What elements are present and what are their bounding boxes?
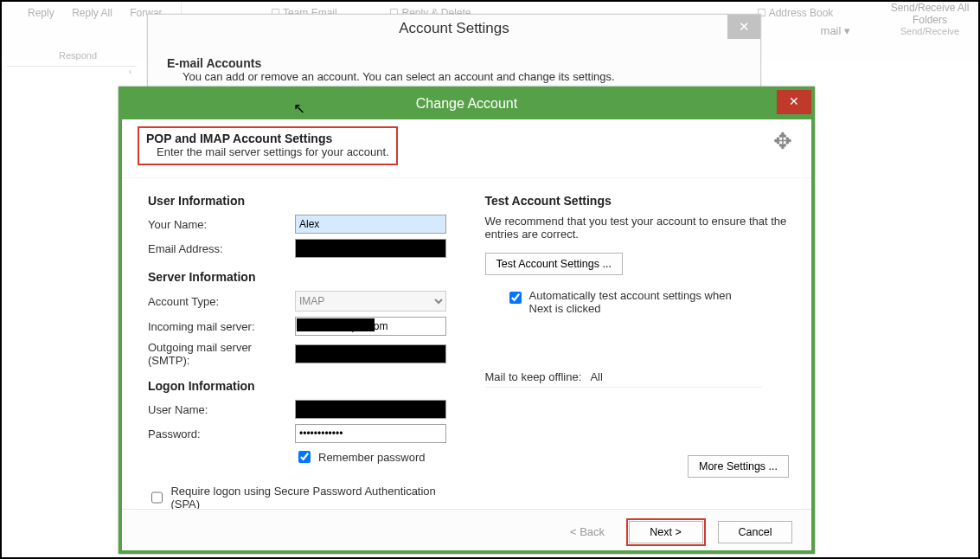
next-button[interactable]: Next > bbox=[629, 521, 703, 543]
your-name-input[interactable] bbox=[295, 215, 446, 234]
outgoing-server-label: Outgoing mail server (SMTP): bbox=[148, 341, 295, 367]
reply-all-button[interactable]: Reply All bbox=[65, 3, 119, 22]
email-accounts-subtext: You can add or remove an account. You ca… bbox=[183, 70, 615, 83]
your-name-label: Your Name: bbox=[148, 218, 295, 231]
wizard-footer: < Back Next > Cancel bbox=[122, 509, 811, 550]
click-cursor-icon: ✥ bbox=[773, 128, 792, 155]
mail-keep-slider[interactable] bbox=[485, 387, 762, 388]
require-spa-label: Require logon using Secure Password Auth… bbox=[170, 485, 455, 511]
user-name-input[interactable] bbox=[295, 400, 446, 419]
wizard-header-highlight: POP and IMAP Account Settings Enter the … bbox=[138, 126, 398, 165]
user-info-heading: User Information bbox=[148, 194, 456, 208]
test-account-settings-button[interactable]: Test Account Settings ... bbox=[485, 253, 623, 275]
wizard-left-column: User Information Your Name: Email Addres… bbox=[148, 194, 456, 511]
server-info-heading: Server Information bbox=[148, 270, 456, 284]
reply-button[interactable]: Reply bbox=[21, 3, 61, 22]
remember-password-label: Remember password bbox=[318, 451, 426, 464]
password-label: Password: bbox=[148, 427, 295, 440]
remember-password-checkbox[interactable] bbox=[298, 451, 311, 463]
nav-collapse-chevron[interactable]: ‹ bbox=[7, 66, 137, 80]
back-button: < Back bbox=[565, 524, 610, 539]
auto-test-label: Automatically test account settings when… bbox=[529, 289, 754, 315]
logon-info-heading: Logon Information bbox=[148, 379, 456, 393]
outgoing-server-input[interactable] bbox=[295, 344, 446, 363]
incoming-server-label: Incoming mail server: bbox=[148, 320, 295, 333]
password-input[interactable] bbox=[295, 424, 446, 443]
account-type-select: IMAP bbox=[295, 291, 446, 312]
auto-test-checkbox[interactable] bbox=[509, 292, 522, 304]
wizard-header-title: POP and IMAP Account Settings bbox=[146, 132, 389, 145]
mail-keep-label: Mail to keep offline: bbox=[485, 370, 582, 383]
address-book-button[interactable]: ☐ Address Book bbox=[750, 3, 840, 22]
mail-filter-dropdown[interactable]: mail ▾ bbox=[821, 24, 850, 37]
wizard-title-text: Change Account bbox=[416, 96, 517, 111]
account-type-label: Account Type: bbox=[148, 295, 295, 308]
cancel-button[interactable]: Cancel bbox=[718, 521, 792, 543]
more-settings-button[interactable]: More Settings ... bbox=[688, 455, 789, 478]
next-button-highlight: Next > bbox=[626, 518, 706, 546]
email-accounts-heading: E-mail Accounts bbox=[167, 56, 261, 70]
send-receive-button[interactable]: Send/Receive All Folders bbox=[887, 2, 973, 26]
wizard-header-sub: Enter the mail server settings for your … bbox=[157, 145, 389, 158]
mail-keep-value: All bbox=[590, 370, 602, 383]
test-settings-heading: Test Account Settings bbox=[485, 194, 793, 208]
test-settings-desc: We recommend that you test your account … bbox=[485, 215, 793, 241]
user-name-label: User Name: bbox=[148, 403, 295, 416]
account-settings-title: Account Settings bbox=[399, 20, 509, 36]
wizard-close-button[interactable]: ✕ bbox=[777, 90, 811, 114]
account-settings-close-button[interactable]: ✕ bbox=[727, 15, 760, 39]
email-address-label: Email Address: bbox=[148, 242, 295, 255]
send-receive-group-label: Send/Receive bbox=[887, 26, 973, 36]
incoming-server-input[interactable] bbox=[295, 317, 446, 336]
change-account-wizard: ↖ Change Account ✕ POP and IMAP Account … bbox=[118, 87, 815, 554]
send-receive-group: Send/Receive All Folders Send/Receive bbox=[887, 2, 973, 36]
require-spa-checkbox[interactable] bbox=[151, 492, 163, 504]
respond-group-label: Respond bbox=[59, 50, 97, 61]
wizard-titlebar: ↖ Change Account ✕ bbox=[122, 90, 811, 119]
email-address-input[interactable] bbox=[295, 239, 446, 258]
